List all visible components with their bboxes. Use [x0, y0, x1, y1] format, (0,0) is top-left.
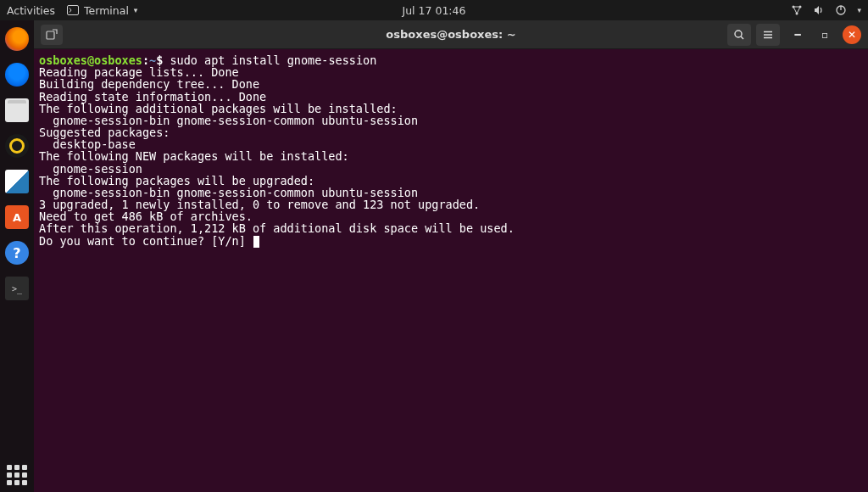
dock-rhythmbox[interactable] — [5, 134, 29, 158]
dock-firefox[interactable] — [5, 27, 29, 51]
new-tab-button[interactable] — [41, 25, 63, 45]
chevron-down-icon[interactable]: ▾ — [857, 6, 861, 14]
search-button[interactable] — [727, 24, 751, 46]
terminal-menu-icon — [67, 5, 79, 15]
clock[interactable]: Jul 17 01:46 — [403, 4, 466, 17]
svg-line-8 — [741, 36, 743, 39]
power-icon[interactable] — [835, 4, 847, 16]
dock-libreoffice-writer[interactable] — [5, 170, 29, 193]
app-menu[interactable]: Terminal ▾ — [67, 4, 137, 17]
top-panel: Activities Terminal ▾ Jul 17 01:46 ▾ — [0, 0, 868, 20]
svg-point-7 — [735, 31, 742, 37]
volume-icon[interactable] — [813, 4, 825, 16]
maximize-button[interactable]: ▫ — [815, 25, 834, 44]
terminal-body[interactable]: osboxes@osboxes:~$ sudo apt install gnom… — [34, 49, 868, 492]
minimize-button[interactable]: ━ — [788, 25, 807, 44]
network-icon[interactable] — [791, 4, 803, 16]
hamburger-menu-button[interactable] — [756, 24, 780, 46]
dock-files[interactable] — [5, 98, 29, 122]
dock: ? — [0, 20, 34, 492]
app-menu-label: Terminal — [84, 4, 129, 17]
svg-rect-6 — [47, 31, 54, 39]
chevron-down-icon: ▾ — [134, 6, 138, 14]
window-titlebar: osboxes@osboxes: ~ ━ ▫ ✕ — [34, 20, 868, 49]
dock-ubuntu-software[interactable] — [5, 205, 29, 229]
activities-button[interactable]: Activities — [7, 4, 55, 17]
svg-rect-0 — [68, 6, 79, 15]
terminal-window: osboxes@osboxes: ~ ━ ▫ ✕ osboxes@osboxes… — [34, 20, 868, 492]
close-button[interactable]: ✕ — [843, 25, 861, 44]
dock-help[interactable]: ? — [5, 241, 29, 265]
window-title: osboxes@osboxes: ~ — [386, 28, 515, 41]
dock-terminal[interactable] — [5, 277, 29, 300]
show-applications-button[interactable] — [7, 465, 27, 485]
dock-thunderbird[interactable] — [5, 63, 29, 87]
